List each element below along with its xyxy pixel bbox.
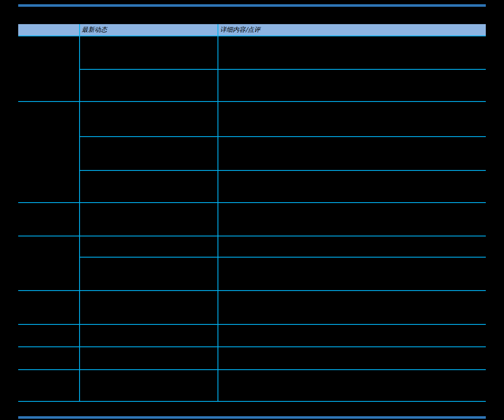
table-row bbox=[18, 36, 486, 69]
latest-update-cell bbox=[80, 257, 218, 291]
detail-comment-cell bbox=[218, 36, 486, 69]
detail-comment-cell bbox=[218, 170, 486, 203]
table-row bbox=[18, 291, 486, 324]
table-row bbox=[18, 203, 486, 236]
table-row bbox=[18, 347, 486, 370]
latest-update-cell bbox=[80, 370, 218, 401]
detail-comment-cell bbox=[218, 347, 486, 370]
latest-update-cell bbox=[80, 347, 218, 370]
detail-comment-cell bbox=[218, 69, 486, 102]
latest-update-cell bbox=[80, 102, 218, 137]
header-cell-details: 详细内容/点评 bbox=[218, 24, 486, 36]
header-row: 最新动态 详细内容/点评 bbox=[18, 24, 486, 36]
detail-comment-cell bbox=[218, 137, 486, 170]
latest-update-cell bbox=[80, 69, 218, 102]
table-row bbox=[18, 170, 486, 203]
table-row bbox=[18, 102, 486, 137]
latest-update-cell bbox=[80, 236, 218, 257]
group-label-cell bbox=[18, 291, 80, 324]
table-row bbox=[18, 370, 486, 401]
table-row bbox=[18, 257, 486, 291]
group-label-cell bbox=[18, 347, 80, 370]
table-body bbox=[18, 36, 486, 401]
table-row bbox=[18, 236, 486, 257]
detail-comment-cell bbox=[218, 324, 486, 347]
latest-update-cell bbox=[80, 291, 218, 324]
detail-comment-cell bbox=[218, 291, 486, 324]
group-label-cell bbox=[18, 203, 80, 236]
header-cell-category bbox=[18, 24, 80, 36]
bottom-accent-bar bbox=[18, 416, 486, 419]
group-label-cell bbox=[18, 102, 80, 203]
top-accent-bar bbox=[18, 4, 486, 7]
table-row bbox=[18, 324, 486, 347]
updates-table: 最新动态 详细内容/点评 bbox=[18, 24, 486, 402]
header-cell-latest-updates: 最新动态 bbox=[80, 24, 218, 36]
detail-comment-cell bbox=[218, 236, 486, 257]
group-label-cell bbox=[18, 324, 80, 347]
detail-comment-cell bbox=[218, 257, 486, 291]
latest-update-cell bbox=[80, 324, 218, 347]
group-label-cell bbox=[18, 36, 80, 102]
latest-update-cell bbox=[80, 170, 218, 203]
detail-comment-cell bbox=[218, 102, 486, 137]
group-label-cell bbox=[18, 236, 80, 291]
latest-update-cell bbox=[80, 137, 218, 170]
group-label-cell bbox=[18, 370, 80, 401]
detail-comment-cell bbox=[218, 203, 486, 236]
latest-update-cell bbox=[80, 36, 218, 69]
detail-comment-cell bbox=[218, 370, 486, 401]
table-row bbox=[18, 69, 486, 102]
table-row bbox=[18, 137, 486, 170]
latest-update-cell bbox=[80, 203, 218, 236]
document-page: 最新动态 详细内容/点评 bbox=[0, 0, 504, 420]
